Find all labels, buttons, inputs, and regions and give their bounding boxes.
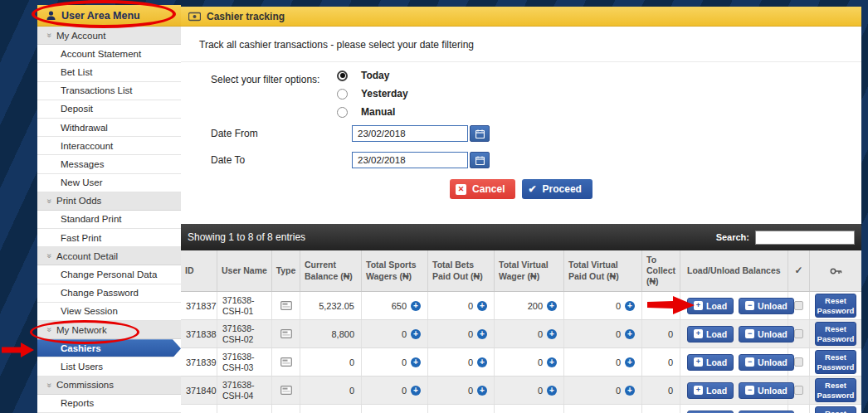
- cell-to-collect: 0: [642, 377, 680, 404]
- expand-plus-icon[interactable]: +: [477, 301, 487, 311]
- sidebar-item-cashiers[interactable]: » Cashiers: [37, 339, 181, 357]
- unload-button[interactable]: −Unload: [739, 411, 794, 413]
- cell-total-virtual-wager: +: [495, 405, 564, 413]
- sidebar-item-change-password[interactable]: » Change Password: [37, 284, 181, 303]
- expand-plus-icon[interactable]: +: [411, 386, 421, 396]
- cell-current-balance: [300, 405, 362, 413]
- col-id[interactable]: ID: [181, 250, 217, 291]
- expand-plus-icon[interactable]: +: [625, 357, 635, 367]
- sidebar-item-interaccount[interactable]: » Interaccount: [37, 137, 181, 155]
- radio-option-today[interactable]: Today: [337, 66, 408, 85]
- load-button[interactable]: +Load: [687, 354, 734, 371]
- sidebar-section-account-detail[interactable]: » Account Detail: [37, 247, 181, 265]
- expand-plus-icon[interactable]: +: [625, 301, 635, 311]
- unload-button[interactable]: −Unload: [739, 298, 794, 314]
- sidebar-section-my-account[interactable]: » My Account: [37, 27, 181, 45]
- sidebar-item-withdrawal[interactable]: » Withdrawal: [37, 119, 181, 137]
- col-user-name[interactable]: User Name: [217, 250, 272, 291]
- unload-button[interactable]: −Unload: [739, 382, 794, 399]
- expand-plus-icon[interactable]: +: [411, 301, 421, 311]
- col-total-virtual-paid-out[interactable]: Total Virtual Paid Out (₦): [564, 250, 642, 291]
- filter-options: Today Yesterday Manual: [337, 66, 408, 121]
- col-total-virtual-wager[interactable]: Total Virtual Wager (₦): [495, 250, 564, 291]
- col-load-unload-balances[interactable]: Load/Unload Balances: [680, 250, 788, 291]
- sidebar-section-print-odds[interactable]: » Print Odds: [37, 192, 181, 211]
- expand-plus-icon[interactable]: +: [411, 329, 421, 339]
- expand-plus-icon[interactable]: +: [625, 329, 635, 339]
- sidebar-item-messages[interactable]: » Messages: [37, 155, 181, 173]
- cell-type: [272, 405, 300, 413]
- load-button[interactable]: +Load: [687, 411, 734, 413]
- row-checkbox[interactable]: [794, 301, 803, 310]
- reset-password-button[interactable]: Reset Password: [815, 406, 856, 413]
- col-checkmark[interactable]: ✓: [788, 250, 810, 291]
- sidebar-item-label: Cashiers: [61, 343, 101, 353]
- reset-password-button[interactable]: Reset Password: [815, 378, 856, 403]
- col-type[interactable]: Type: [272, 250, 300, 291]
- sidebar-item-label: Deposit: [61, 104, 93, 114]
- reset-password-button[interactable]: Reset Password: [815, 350, 856, 375]
- minus-icon: −: [745, 301, 754, 310]
- col-total-sports-wagers[interactable]: Total Sports Wagers (₦): [362, 250, 428, 291]
- sidebar-item-transactions-list[interactable]: » Transactions List: [37, 82, 181, 100]
- radio-yesterday[interactable]: [337, 89, 348, 100]
- unload-button[interactable]: −Unload: [739, 326, 794, 343]
- load-button[interactable]: +Load: [687, 382, 734, 399]
- cell-user-name: 371638-: [217, 405, 272, 413]
- expand-plus-icon[interactable]: +: [477, 386, 487, 396]
- row-checkbox[interactable]: [794, 386, 803, 395]
- sidebar-item-fast-print[interactable]: » Fast Print: [37, 229, 181, 247]
- cell-to-collect: 0: [642, 348, 680, 376]
- col-to-collect[interactable]: To Collect (₦): [642, 250, 680, 291]
- load-button[interactable]: +Load: [687, 326, 734, 343]
- date-from-input[interactable]: [352, 125, 468, 142]
- col-total-bets-paid-out[interactable]: Total Bets Paid Out (₦): [428, 250, 495, 291]
- cell-total-sports-wagers: +: [362, 405, 428, 413]
- form-actions: ✕ Cancel ✔ Proceed: [181, 179, 861, 199]
- radio-option-manual[interactable]: Manual: [337, 103, 408, 121]
- sidebar-section-commissions[interactable]: » Commissions: [37, 377, 181, 395]
- unload-button[interactable]: −Unload: [739, 354, 794, 371]
- proceed-button[interactable]: ✔ Proceed: [522, 179, 592, 199]
- cell-to-collect: [642, 405, 680, 413]
- table-toolbar: Showing 1 to 8 of 8 entries Search:: [181, 224, 861, 250]
- radio-manual[interactable]: [337, 107, 348, 118]
- table-row: 371837 371638-CSH-01 5,232.05 650+ 0+ 20…: [181, 292, 861, 320]
- load-button[interactable]: +Load: [687, 298, 734, 314]
- expand-plus-icon[interactable]: +: [547, 329, 557, 339]
- expand-plus-icon[interactable]: +: [547, 386, 557, 396]
- expand-plus-icon[interactable]: +: [477, 329, 487, 339]
- sidebar-item-new-user[interactable]: » New User: [37, 174, 181, 192]
- sidebar-item-bet-list[interactable]: » Bet List: [37, 63, 181, 81]
- reset-password-button[interactable]: Reset Password: [815, 294, 856, 318]
- date-from-calendar-button[interactable]: [470, 125, 490, 142]
- sidebar-item-account-statement[interactable]: » Account Statement: [37, 45, 181, 63]
- expand-plus-icon[interactable]: +: [547, 301, 557, 311]
- sidebar-item-deposit[interactable]: » Deposit: [37, 100, 181, 119]
- col-current-balance[interactable]: Current Balance (₦): [300, 250, 362, 291]
- search-input[interactable]: [755, 231, 855, 245]
- col-reset-password[interactable]: [810, 250, 861, 291]
- reset-password-button[interactable]: Reset Password: [815, 322, 856, 347]
- radio-option-yesterday[interactable]: Yesterday: [337, 85, 408, 103]
- expand-plus-icon[interactable]: +: [547, 357, 557, 367]
- sidebar-item-change-personal-data[interactable]: » Change Personal Data: [37, 265, 181, 284]
- cancel-button[interactable]: ✕ Cancel: [450, 179, 515, 199]
- row-checkbox[interactable]: [794, 329, 803, 338]
- sidebar-item-view-session[interactable]: » View Session: [37, 303, 181, 321]
- expand-plus-icon[interactable]: +: [411, 357, 421, 367]
- sidebar-item-reports[interactable]: » Reports: [37, 395, 181, 413]
- sidebar: User Area Menu » My Account » Account St…: [37, 5, 181, 413]
- sidebar-section-my-network[interactable]: » My Network: [37, 321, 181, 339]
- cell-total-bets-paid-out: 0+: [428, 377, 495, 404]
- row-checkbox[interactable]: [794, 357, 803, 367]
- radio-today[interactable]: [337, 70, 348, 81]
- expand-plus-icon[interactable]: +: [625, 386, 635, 396]
- date-to-calendar-button[interactable]: [470, 152, 490, 168]
- date-to-input[interactable]: [352, 152, 468, 168]
- sidebar-item-list-users[interactable]: » List Users: [37, 357, 181, 376]
- key-icon: [830, 266, 842, 276]
- sidebar-item-standard-print[interactable]: » Standard Print: [37, 211, 181, 229]
- cell-user-name: 371638-CSH-02: [217, 320, 272, 347]
- expand-plus-icon[interactable]: +: [477, 357, 487, 367]
